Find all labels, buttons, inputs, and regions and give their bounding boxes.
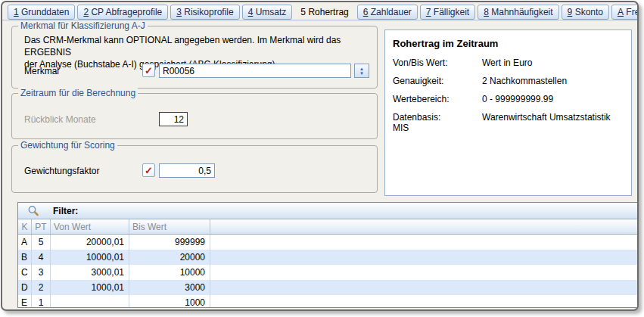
tab-rohertrag-active[interactable]: 5 Rohertrag — [294, 5, 354, 20]
info-value: Wert in Euro — [482, 57, 532, 68]
tab-mahnhaeufigkeit[interactable]: 8 Mahnhäufigkeit — [478, 5, 558, 20]
app-window: 1 Grunddaten 2 CP Abfrageprofile 3 Risik… — [1, 1, 639, 311]
tab-umsatz[interactable]: 4 Umsatz — [242, 5, 293, 20]
group-zeitraum-berechnung: Zeitraum für die Berechnung Rückblick Mo… — [11, 93, 378, 139]
filter-label: Filter: — [53, 206, 78, 216]
group-title: Merkmal für Klassifizierung A-J — [18, 20, 148, 31]
search-icon[interactable] — [27, 205, 39, 217]
cell-pt: 3 — [32, 265, 51, 280]
table-row-e[interactable]: E 1 1000 — [18, 295, 639, 308]
column-header-k[interactable]: K — [18, 219, 32, 234]
rueckblick-monate-label: Rückblick Monate — [24, 114, 96, 125]
tab-bar: 1 Grunddaten 2 CP Abfrageprofile 3 Risik… — [2, 2, 637, 20]
cell-k: B — [18, 250, 32, 265]
gewichtungsfaktor-input[interactable] — [159, 163, 215, 178]
tab-label: Rohertrag — [306, 7, 349, 17]
info-label: Genauigkeit: — [393, 76, 482, 86]
column-header-bis-wert[interactable]: Bis Wert — [129, 219, 210, 234]
cell-von-wert — [51, 295, 129, 308]
cell-filler — [210, 250, 639, 265]
cell-bis-wert: 10000 — [129, 265, 210, 280]
info-panel-title: Rohertrag im Zeitraum — [393, 38, 498, 49]
filter-bar: Filter: — [18, 203, 639, 219]
tab-faelligkeit[interactable]: 7 Fälligkeit — [420, 5, 475, 20]
gewichtungsfaktor-label: Gewichtungsfaktor — [24, 166, 99, 176]
merkmal-spinner[interactable]: ▲ ▼ — [354, 64, 369, 78]
cell-pt: 2 — [32, 280, 51, 295]
cell-filler — [210, 280, 639, 295]
cell-pt: 1 — [32, 295, 51, 308]
tab-skonto[interactable]: 9 Skonto — [562, 5, 609, 20]
merkmal-checkbox[interactable]: ✓ — [142, 64, 155, 77]
classification-table: Filter: K PT Von Wert Bis Wert A 5 20000… — [17, 202, 639, 308]
tab-label: Fälligkeit — [431, 7, 470, 17]
merkmal-input[interactable] — [159, 64, 351, 78]
table-row-a[interactable]: A 5 20000,01 999999 — [18, 235, 639, 250]
column-header-pt[interactable]: PT — [32, 219, 51, 234]
cell-k: E — [18, 295, 32, 308]
tab-mnemonic: 9 — [568, 7, 573, 17]
cell-pt: 4 — [32, 250, 51, 265]
tab-mnemonic: 3 — [176, 7, 182, 17]
tab-frei-1[interactable]: A Frei 1 — [611, 5, 639, 20]
description-line-1: Das CRM-Merkmal kann OPTIONAL angegeben … — [24, 34, 377, 58]
table-row-c[interactable]: C 3 3000,01 10000 — [18, 265, 639, 280]
tab-cp-abfrageprofile[interactable]: 2 CP Abfrageprofile — [77, 5, 168, 20]
tab-grunddaten[interactable]: 1 Grunddaten — [8, 5, 75, 20]
tab-mnemonic: 7 — [426, 7, 431, 17]
info-row-von-bis-wert: Von/Bis Wert:Wert in Euro — [393, 57, 624, 68]
tab-risikoprofile[interactable]: 3 Risikoprofile — [170, 5, 239, 20]
tab-label: Umsatz — [253, 7, 286, 17]
tab-mnemonic: 8 — [484, 7, 489, 17]
cell-bis-wert: 999999 — [129, 235, 210, 250]
info-value: 2 Nachkommastellen — [482, 76, 567, 86]
table-row-b[interactable]: B 4 10000,01 20000 — [18, 250, 639, 265]
tab-label: Risikoprofile — [182, 7, 234, 17]
cell-filler — [210, 295, 639, 308]
tab-label: CP Abfrageprofile — [89, 7, 162, 17]
cell-von-wert: 1000,01 — [51, 280, 129, 295]
tab-mnemonic: 2 — [83, 7, 89, 17]
tab-label: Skonto — [572, 7, 603, 17]
info-label: Wertebereich: — [393, 94, 482, 104]
tab-label: Frei 1 — [624, 7, 639, 17]
tab-mnemonic: 5 — [300, 7, 306, 17]
tab-label: Grunddaten — [19, 7, 70, 17]
info-value: 0 - 999999999.99 — [482, 94, 553, 104]
cell-bis-wert: 3000 — [129, 280, 210, 295]
cell-von-wert: 20000,01 — [51, 235, 129, 250]
cell-von-wert: 10000,01 — [51, 250, 129, 265]
cell-k: D — [18, 280, 32, 295]
tab-mnemonic: 6 — [363, 7, 369, 17]
cell-k: C — [18, 265, 32, 280]
group-gewichtung-scoring: Gewichtung für Scoring Gewichtungsfaktor… — [11, 145, 378, 193]
column-header-filler — [210, 219, 639, 234]
checked-icon: ✓ — [145, 66, 153, 76]
cell-filler — [210, 265, 639, 280]
tab-label: Zahldauer — [368, 7, 411, 17]
info-panel-rohertrag: Rohertrag im Zeitraum Von/Bis Wert:Wert … — [384, 30, 632, 196]
checked-icon: ✓ — [145, 166, 153, 176]
tab-label: Mahnhäufigkeit — [489, 7, 553, 17]
info-row-genauigkeit: Genauigkeit:2 Nachkommastellen — [393, 76, 624, 86]
info-row-datenbasis: Datenbasis:Warenwirtschaft Umsatzstatist… — [393, 112, 624, 133]
table-header-row: K PT Von Wert Bis Wert — [18, 219, 639, 235]
cell-bis-wert: 1000 — [129, 295, 210, 308]
group-title: Zeitraum für die Berechnung — [18, 88, 138, 98]
cell-filler — [210, 235, 639, 250]
tab-mnemonic: A — [618, 7, 624, 17]
tab-mnemonic: 4 — [248, 7, 254, 17]
tab-mnemonic: 1 — [14, 7, 19, 17]
info-label: Von/Bis Wert: — [393, 57, 482, 68]
cell-pt: 5 — [32, 235, 51, 250]
group-title: Gewichtung für Scoring — [18, 140, 117, 151]
tab-zahldauer[interactable]: 6 Zahldauer — [357, 5, 418, 20]
rueckblick-monate-input[interactable] — [159, 112, 188, 126]
cell-k: A — [18, 235, 32, 250]
column-header-von-wert[interactable]: Von Wert — [51, 219, 129, 234]
spin-down-icon[interactable]: ▼ — [359, 71, 364, 76]
table-row-d[interactable]: D 2 1000,01 3000 — [18, 280, 639, 295]
info-label: Datenbasis: — [393, 112, 482, 123]
group-merkmal-klassifizierung: Merkmal für Klassifizierung A-J Das CRM-… — [11, 26, 378, 89]
gewichtungsfaktor-checkbox[interactable]: ✓ — [142, 163, 155, 177]
